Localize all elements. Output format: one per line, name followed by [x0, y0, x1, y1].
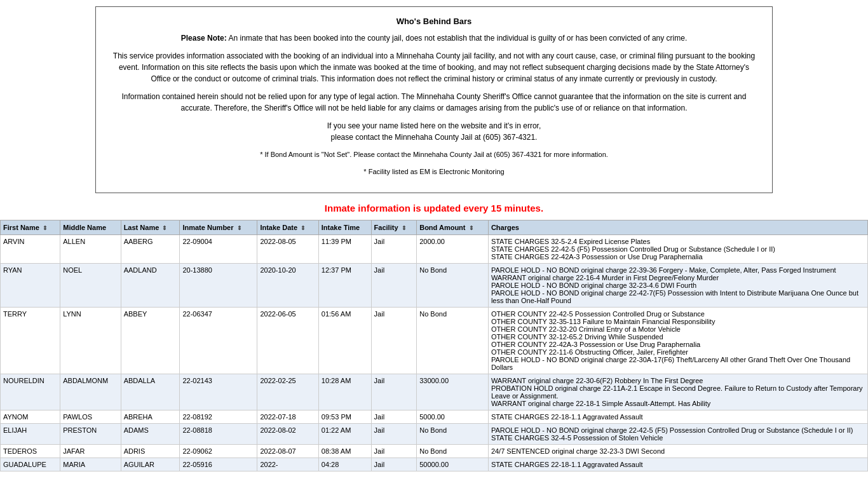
cell-charges: STATE CHARGES 22-18-1.1 Aggravated Assau… [488, 458, 867, 471]
table-row: AYNOMPAWLOSABREHA22-081922022-07-1809:53… [1, 410, 868, 424]
cell-intake-time: 11:39 PM [318, 235, 371, 264]
cell-first-name: TEDEROS [1, 445, 60, 458]
col-last-name[interactable]: Last Name ⇕ [121, 220, 180, 235]
cell-bond-amount: No Bond [417, 308, 489, 374]
cell-last-name: AGUILAR [121, 458, 180, 471]
cell-intake-time: 09:53 PM [318, 410, 371, 424]
table-row: GUADALUPEMARIAAGUILAR22-059162022-04:28J… [1, 458, 868, 471]
cell-middle-name: ABDALMONM [60, 374, 121, 410]
cell-last-name: ABREHA [121, 410, 180, 424]
cell-inmate-number: 22-09004 [180, 235, 257, 264]
cell-facility: Jail [371, 445, 417, 458]
cell-facility: Jail [371, 264, 417, 308]
cell-intake-date: 2022-06-05 [257, 308, 318, 374]
please-note-label: Please Note: [181, 34, 227, 43]
cell-inmate-number: 22-05916 [180, 458, 257, 471]
col-charges: Charges [488, 220, 867, 235]
notice-para3-line1: If you see your name listed here on the … [327, 121, 541, 130]
cell-last-name: ADAMS [121, 424, 180, 445]
cell-first-name: AYNOM [1, 410, 60, 424]
table-row: TEDEROSJAFARADRIS22-090622022-08-0708:38… [1, 445, 868, 458]
cell-charges: WARRANT original charge 22-30-6(F2) Robb… [488, 374, 867, 410]
cell-first-name: NOURELDIN [1, 374, 60, 410]
notice-note2: * Facility listed as EM is Electronic Mo… [109, 166, 759, 177]
cell-middle-name: PRESTON [60, 424, 121, 445]
sort-icon-first-name: ⇕ [43, 225, 48, 231]
cell-intake-date: 2022-08-07 [257, 445, 318, 458]
cell-inmate-number: 22-06347 [180, 308, 257, 374]
cell-intake-date: 2022-08-05 [257, 235, 318, 264]
cell-bond-amount: 2000.00 [417, 235, 489, 264]
table-row: RYANNOELAADLAND20-138802020-10-2012:37 P… [1, 264, 868, 308]
cell-facility: Jail [371, 410, 417, 424]
cell-last-name: ADRIS [121, 445, 180, 458]
cell-intake-date: 2022- [257, 458, 318, 471]
notice-para2: Information contained herein should not … [109, 91, 759, 114]
cell-first-name: GUADALUPE [1, 458, 60, 471]
table-row: TERRYLYNNABBEY22-063472022-06-0501:56 AM… [1, 308, 868, 374]
notice-note1: * If Bond Amount is "Not Set". Please co… [109, 149, 759, 160]
cell-charges: PAROLE HOLD - NO BOND original charge 22… [488, 264, 867, 308]
cell-inmate-number: 22-08818 [180, 424, 257, 445]
table-row: NOURELDINABDALMONMABDALLA22-021432022-02… [1, 374, 868, 410]
cell-first-name: ARVIN [1, 235, 60, 264]
cell-intake-time: 08:38 AM [318, 445, 371, 458]
cell-charges: STATE CHARGES 32-5-2.4 Expired License P… [488, 235, 867, 264]
inmate-table: First Name ⇕ Middle Name Last Name ⇕ Inm… [0, 220, 868, 471]
cell-bond-amount: 33000.00 [417, 374, 489, 410]
cell-middle-name: MARIA [60, 458, 121, 471]
cell-bond-amount: No Bond [417, 445, 489, 458]
notice-para1: This service provides information associ… [109, 50, 759, 85]
cell-facility: Jail [371, 235, 417, 264]
col-intake-date[interactable]: Intake Date ⇕ [257, 220, 318, 235]
table-row: ELIJAHPRESTONADAMS22-088182022-08-0201:2… [1, 424, 868, 445]
notice-title: Who's Behind Bars [109, 17, 759, 26]
col-first-name[interactable]: First Name ⇕ [1, 220, 60, 235]
col-inmate-number[interactable]: Inmate Number ⇕ [180, 220, 257, 235]
sort-icon-inmate-number: ⇕ [237, 225, 242, 231]
cell-bond-amount: No Bond [417, 424, 489, 445]
cell-intake-date: 2022-08-02 [257, 424, 318, 445]
notice-box: Who's Behind Bars Please Note: An inmate… [95, 6, 773, 193]
table-body: ARVINALLENAABERG22-090042022-08-0511:39 … [1, 235, 868, 471]
col-intake-time: Intake Time [318, 220, 371, 235]
cell-charges: OTHER COUNTY 22-42-5 Possession Controll… [488, 308, 867, 374]
col-bond-amount[interactable]: Bond Amount ⇕ [417, 220, 489, 235]
update-notice: Inmate information is updated every 15 m… [0, 203, 868, 214]
cell-first-name: RYAN [1, 264, 60, 308]
sort-icon-bond-amount: ⇕ [469, 225, 474, 231]
cell-first-name: TERRY [1, 308, 60, 374]
notice-para-bold: Please Note: An inmate that has been boo… [109, 32, 759, 44]
cell-intake-time: 10:28 AM [318, 374, 371, 410]
cell-intake-time: 04:28 [318, 458, 371, 471]
cell-bond-amount: 50000.00 [417, 458, 489, 471]
cell-inmate-number: 22-09062 [180, 445, 257, 458]
notice-para3: If you see your name listed here on the … [109, 120, 759, 143]
cell-last-name: ABBEY [121, 308, 180, 374]
cell-facility: Jail [371, 424, 417, 445]
cell-middle-name: LYNN [60, 308, 121, 374]
col-middle-name: Middle Name [60, 220, 121, 235]
cell-intake-date: 2020-10-20 [257, 264, 318, 308]
notice-para3-line2: please contact the Minnehaha County Jail… [331, 133, 538, 142]
table-row: ARVINALLENAABERG22-090042022-08-0511:39 … [1, 235, 868, 264]
cell-charges: 24/7 SENTENCED original charge 32-23-3 D… [488, 445, 867, 458]
cell-charges: PAROLE HOLD - NO BOND original charge 22… [488, 424, 867, 445]
cell-intake-time: 01:56 AM [318, 308, 371, 374]
cell-intake-date: 2022-02-25 [257, 374, 318, 410]
cell-middle-name: ALLEN [60, 235, 121, 264]
cell-middle-name: PAWLOS [60, 410, 121, 424]
cell-inmate-number: 20-13880 [180, 264, 257, 308]
col-facility[interactable]: Facility ⇕ [371, 220, 417, 235]
cell-facility: Jail [371, 308, 417, 374]
cell-bond-amount: No Bond [417, 264, 489, 308]
cell-facility: Jail [371, 374, 417, 410]
cell-inmate-number: 22-08192 [180, 410, 257, 424]
sort-icon-intake-date: ⇕ [301, 225, 306, 231]
cell-first-name: ELIJAH [1, 424, 60, 445]
cell-middle-name: NOEL [60, 264, 121, 308]
cell-charges: STATE CHARGES 22-18-1.1 Aggravated Assau… [488, 410, 867, 424]
please-note-text: An inmate that has been booked into the … [227, 34, 687, 43]
cell-inmate-number: 22-02143 [180, 374, 257, 410]
cell-last-name: AADLAND [121, 264, 180, 308]
